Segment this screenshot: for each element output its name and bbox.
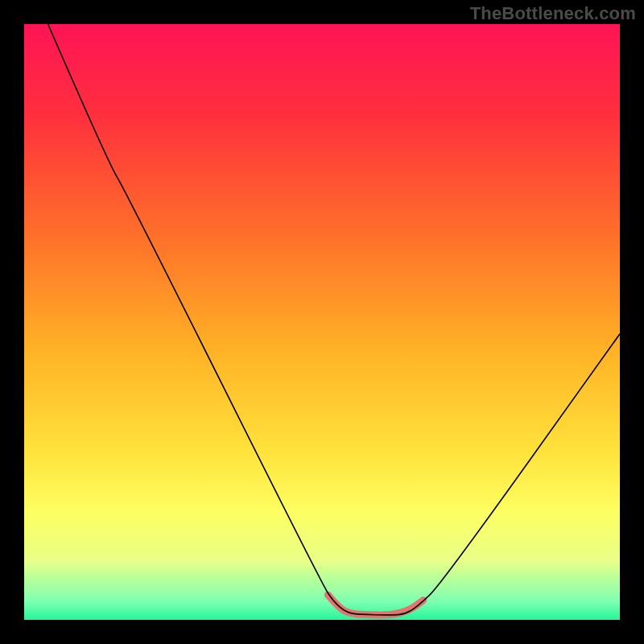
chart-frame: TheBottleneck.com [0, 0, 644, 644]
chart-svg [24, 24, 620, 620]
gradient-background [24, 24, 620, 620]
plot-area [24, 24, 620, 620]
watermark-text: TheBottleneck.com [470, 3, 636, 24]
